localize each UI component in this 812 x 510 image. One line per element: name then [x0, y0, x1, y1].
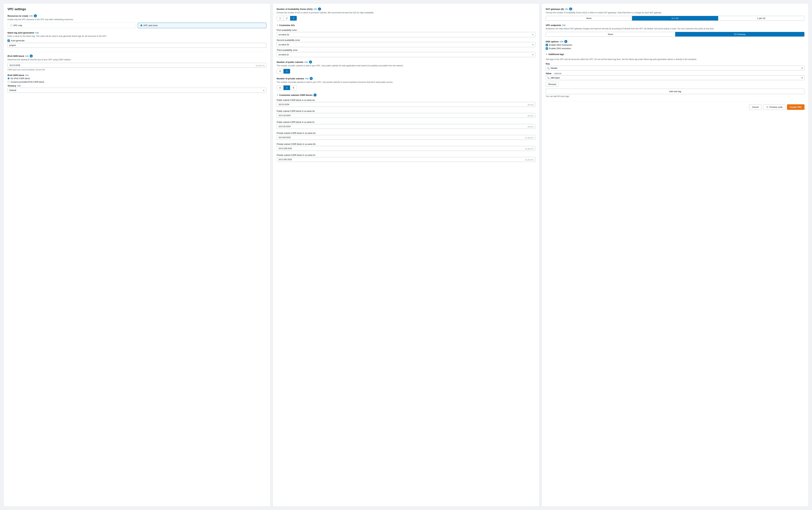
- public-cidr-2b-input[interactable]: 10.0.16.0/24: [277, 113, 535, 118]
- public-cidr-2a-input-wrap: 10.0.0.0/24 256 IPs: [277, 102, 535, 108]
- name-tag-input-row: project: [7, 43, 266, 48]
- private-cidr-2a-label: Private subnet CIDR block in us-west-2a: [277, 132, 535, 134]
- customize-cidr-header[interactable]: ▼ Customize subnets CIDR blocks f: [277, 93, 535, 96]
- nat-desc: Choose the number of Availability Zones …: [546, 11, 805, 14]
- ipv4-input[interactable]: 10.0.0.0/16: [7, 63, 266, 68]
- private-cidr-2c-ips: 16,384 IPs: [525, 159, 534, 161]
- public-cidr-2c-label: Public subnet CIDR block in us-west-2c: [277, 121, 535, 123]
- value-clear-icon[interactable]: ✕: [801, 77, 803, 79]
- private-cidr-2b-input[interactable]: 10.0.128.0/18: [277, 146, 535, 151]
- dns-hostnames-checkbox[interactable]: [546, 44, 548, 46]
- amazon-ipv6-label: Amazon-provided IPv6 CIDR block: [11, 81, 44, 83]
- nat-peraz-btn[interactable]: 1 per AZ: [718, 16, 804, 21]
- vpc-endpoints-btn-group: None S3 Gateway: [546, 32, 805, 37]
- divider1: [7, 52, 266, 52]
- vpc-more-option[interactable]: VPC and more: [138, 23, 266, 28]
- resources-section: Resources to create Info a Create only t…: [7, 14, 266, 28]
- private-subnets-section: Number of private subnets Info e The num…: [277, 77, 535, 90]
- tags-header[interactable]: ▼ Additional tags: [546, 53, 805, 56]
- dns-section: DNS options Info h Enable DNS hostnames …: [546, 40, 805, 50]
- private-subnet-btn-3[interactable]: 3: [284, 86, 290, 90]
- azs-badge: c: [318, 7, 321, 10]
- ipv4-input-wrap: 10.0.0.0/16 65,536 IPs: [7, 63, 266, 68]
- cancel-button[interactable]: Cancel: [749, 104, 761, 110]
- public-cidr-2a-label: Public subnet CIDR block in us-west-2a: [277, 99, 535, 101]
- private-cidr-2b: Private subnet CIDR block in us-west-2b …: [277, 143, 535, 151]
- nat-none-btn[interactable]: None: [546, 16, 632, 21]
- key-clear-icon[interactable]: ✕: [801, 67, 803, 69]
- nat-1az-btn[interactable]: In 1 AZ: [632, 16, 718, 21]
- private-cidr-2a-input[interactable]: 10.0.64.0/18: [277, 135, 535, 140]
- az-btn-2[interactable]: 2: [284, 16, 290, 21]
- nat-dns-panel: NAT gateways ($) Info g Choose the numbe…: [542, 3, 809, 507]
- ipv4-section: IPv4 CIDR block Info b Determine the sta…: [7, 55, 266, 71]
- public-subnet-btn-0[interactable]: 0: [277, 69, 284, 73]
- ipv4-hint: CIDR block size must be between /16 and …: [7, 69, 266, 71]
- preview-code-button[interactable]: ⌥ Preview code: [763, 104, 785, 110]
- resources-info-link[interactable]: Info: [29, 15, 33, 17]
- customize-cidr-arrow: ▼: [277, 94, 278, 96]
- dns-label: DNS options Info h: [546, 40, 805, 43]
- private-subnets-desc: The number of private subnets to add to …: [277, 81, 535, 84]
- azs-info-link[interactable]: Info: [314, 8, 317, 10]
- vpc-endpoints-info-link[interactable]: Info: [562, 24, 566, 27]
- ipv4-info-link[interactable]: Info: [25, 55, 29, 57]
- az-btn-1[interactable]: 1: [277, 16, 284, 21]
- third-az-select[interactable]: us-west-2c: [277, 52, 535, 57]
- key-input[interactable]: Vendor: [546, 66, 805, 70]
- nat-label: NAT gateways ($) Info g: [546, 7, 805, 10]
- ipv6-info-link[interactable]: Info: [25, 74, 29, 77]
- remove-tag-button[interactable]: Remove: [546, 82, 559, 87]
- az-btn-3[interactable]: 3: [290, 16, 297, 21]
- ipv6-section: IPv6 CIDR block Info No IPv6 CIDR block …: [7, 74, 266, 83]
- second-az-select[interactable]: us-west-2b: [277, 42, 535, 47]
- vpc-only-option[interactable]: VPC only: [7, 23, 136, 28]
- value-input-wrap: 🔍 zilliz-byoc ✕: [546, 75, 805, 80]
- public-cidr-2c-input[interactable]: 10.0.32.0/24: [277, 124, 535, 129]
- auto-generate-checkbox[interactable]: [7, 39, 10, 42]
- private-cidr-2c-input[interactable]: 10.0.192.0/18: [277, 157, 535, 162]
- public-cidr-2a-input[interactable]: 10.0.0.0/24: [277, 102, 535, 107]
- private-subnets-info-link[interactable]: Info: [305, 77, 309, 80]
- public-subnets-badge: d: [309, 60, 312, 63]
- vpc-settings-panel: VPC settings Resources to create Info a …: [3, 3, 270, 507]
- vpc-only-label: VPC only: [13, 24, 22, 27]
- key-field-label: Key: [546, 62, 805, 65]
- value-input[interactable]: zilliz-byoc: [546, 75, 805, 80]
- third-az-block: Third availability zone us-west-2c: [277, 49, 535, 57]
- name-tag-desc: Enter a value for the Name tag. This val…: [7, 35, 266, 38]
- private-subnet-btn-0[interactable]: 0: [277, 86, 284, 90]
- public-subnet-btn-3[interactable]: 3: [284, 69, 290, 73]
- endpoint-none-btn[interactable]: None: [546, 32, 675, 36]
- first-az-label: First availability zone: [277, 29, 535, 31]
- public-subnets-label: Number of public subnets Info d: [277, 60, 535, 63]
- dns-resolution-checkbox[interactable]: [546, 47, 548, 50]
- nat-badge: g: [569, 7, 572, 10]
- vpc-endpoints-section: VPC endpoints Info Endpoints can help re…: [546, 24, 805, 37]
- private-cidr-2c: Private subnet CIDR block in us-west-2c …: [277, 154, 535, 162]
- resources-desc: Create only the VPC resource or the VPC …: [7, 18, 266, 21]
- public-subnets-section: Number of public subnets Info d The numb…: [277, 60, 535, 74]
- vpc-more-radio[interactable]: [140, 24, 142, 27]
- dns-info-link[interactable]: Info: [560, 40, 563, 43]
- amazon-ipv6-radio[interactable]: [7, 81, 10, 83]
- nat-info-link[interactable]: Info: [565, 8, 568, 10]
- azs-section: Number of Availability Zones (AZs) Info …: [277, 7, 535, 21]
- add-tag-button[interactable]: Add new tag: [546, 89, 805, 94]
- vpc-only-radio[interactable]: [10, 24, 12, 27]
- customize-azs-header[interactable]: ▼ Customize AZs: [277, 24, 535, 27]
- name-tag-input[interactable]: project: [7, 43, 266, 48]
- create-vpc-button[interactable]: Create VPC: [787, 104, 805, 110]
- no-ipv6-radio[interactable]: [7, 77, 10, 80]
- name-tag-label: Name tag auto-generation Info: [7, 31, 266, 34]
- endpoint-s3-btn[interactable]: S3 Gateway: [675, 32, 804, 36]
- tenancy-info-link[interactable]: Info: [17, 85, 21, 87]
- tags-section: ▼ Additional tags Add tags to the VPC an…: [546, 53, 805, 97]
- name-tag-info-link[interactable]: Info: [35, 31, 39, 34]
- public-cidr-2a-ips: 256 IPs: [527, 104, 534, 106]
- private-subnet-btn-6[interactable]: 6: [290, 86, 297, 90]
- ipv4-desc: Determine the starting IP and the size o…: [7, 58, 266, 61]
- tenancy-select[interactable]: Default: [7, 88, 266, 93]
- public-subnets-info-link[interactable]: Info: [304, 61, 308, 63]
- first-az-select[interactable]: us-west-2a: [277, 32, 535, 37]
